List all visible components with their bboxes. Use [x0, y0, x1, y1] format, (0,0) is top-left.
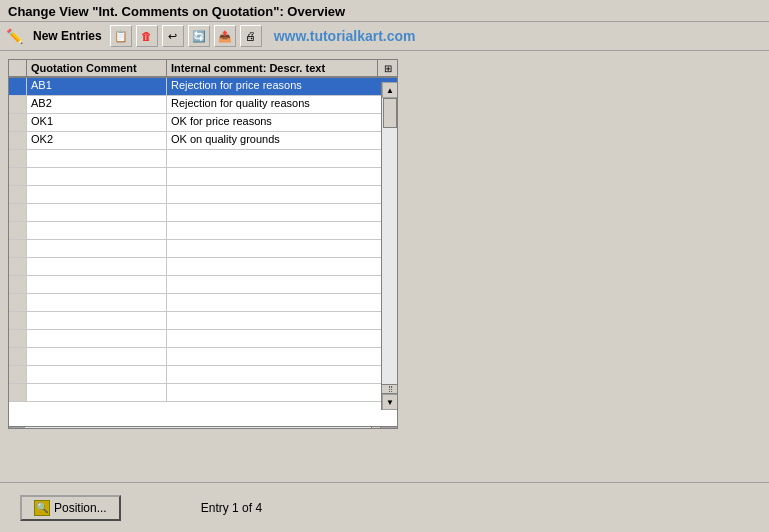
copy-button[interactable]: 📋	[110, 25, 132, 47]
bottom-bar: 🔍 Position... Entry 1 of 4	[0, 482, 769, 532]
table-body: AB1 Rejection for price reasons AB2 Reje…	[9, 78, 397, 406]
print-icon: 🖨	[245, 30, 256, 42]
delete-icon: 🗑	[141, 30, 152, 42]
data-table: Quotation Comment Internal comment: Desc…	[8, 59, 398, 429]
row-selector[interactable]	[9, 132, 27, 149]
empty-row	[9, 258, 397, 276]
table-header: Quotation Comment Internal comment: Desc…	[9, 60, 397, 78]
h-splitter-handle[interactable]: ⣿	[371, 427, 381, 430]
scroll-down-button[interactable]: ▼	[382, 394, 398, 410]
copy-icon: 📋	[114, 30, 128, 43]
undo-button[interactable]: ↩	[162, 25, 184, 47]
empty-row	[9, 366, 397, 384]
position-icon: 🔍	[34, 500, 50, 516]
entry-info: Entry 1 of 4	[201, 501, 262, 515]
watermark-text: www.tutorialkart.com	[274, 28, 416, 44]
desc-cell: Rejection for quality reasons	[167, 96, 397, 113]
empty-row	[9, 204, 397, 222]
scroll-left-button[interactable]: ◄	[9, 427, 25, 430]
position-button[interactable]: 🔍 Position...	[20, 495, 121, 521]
empty-row	[9, 150, 397, 168]
quotation-cell: OK1	[27, 114, 167, 131]
position-btn-label: Position...	[54, 501, 107, 515]
empty-row	[9, 384, 397, 402]
horizontal-scrollbar[interactable]: ◄ ⣿ ►	[9, 426, 397, 429]
settings-icon[interactable]: ⊞	[377, 60, 397, 76]
refresh-button[interactable]: 🔄	[188, 25, 210, 47]
splitter-icon: ⣿	[388, 385, 393, 393]
scroll-track-v	[382, 98, 397, 384]
desc-col-header: Internal comment: Descr. text	[167, 60, 377, 76]
empty-row	[9, 276, 397, 294]
vertical-scrollbar[interactable]: ▲ ⣿ ▼	[381, 82, 397, 410]
page-title: Change View "Int. Comments on Quotation"…	[8, 4, 761, 19]
print-button[interactable]: 🖨	[240, 25, 262, 47]
empty-row	[9, 186, 397, 204]
empty-row	[9, 222, 397, 240]
desc-cell: Rejection for price reasons	[167, 78, 397, 95]
delete-button[interactable]: 🗑	[136, 25, 158, 47]
quotation-cell: OK2	[27, 132, 167, 149]
quotation-cell: AB2	[27, 96, 167, 113]
row-selector[interactable]	[9, 114, 27, 131]
new-entries-button[interactable]: New Entries	[29, 27, 106, 45]
row-selector[interactable]	[9, 96, 27, 113]
edit-icon: ✏️	[6, 28, 23, 44]
empty-row	[9, 330, 397, 348]
export-icon: 📤	[218, 30, 232, 43]
scroll-track-h	[25, 427, 371, 430]
row-selector[interactable]	[9, 78, 27, 95]
export-button[interactable]: 📤	[214, 25, 236, 47]
main-content: Quotation Comment Internal comment: Desc…	[0, 51, 769, 469]
table-row[interactable]: AB2 Rejection for quality reasons	[9, 96, 397, 114]
empty-row	[9, 240, 397, 258]
refresh-icon: 🔄	[192, 30, 206, 43]
title-bar: Change View "Int. Comments on Quotation"…	[0, 0, 769, 22]
table-row[interactable]: OK1 OK for price reasons	[9, 114, 397, 132]
new-entries-label: New Entries	[33, 29, 102, 43]
undo-icon: ↩	[168, 30, 177, 43]
empty-row	[9, 294, 397, 312]
desc-cell: OK on quality grounds	[167, 132, 397, 149]
empty-row	[9, 312, 397, 330]
empty-row	[9, 168, 397, 186]
splitter-handle[interactable]: ⣿	[382, 384, 398, 394]
quotation-cell: AB1	[27, 78, 167, 95]
scroll-up-button[interactable]: ▲	[382, 82, 398, 98]
desc-cell: OK for price reasons	[167, 114, 397, 131]
scroll-thumb-v[interactable]	[383, 98, 397, 128]
table-row[interactable]: AB1 Rejection for price reasons	[9, 78, 397, 96]
quotation-col-header: Quotation Comment	[27, 60, 167, 76]
empty-row	[9, 348, 397, 366]
select-col-header	[9, 60, 27, 76]
scroll-right-button[interactable]: ►	[381, 427, 397, 430]
table-row[interactable]: OK2 OK on quality grounds	[9, 132, 397, 150]
toolbar: ✏️ New Entries 📋 🗑 ↩ 🔄 📤 🖨 www.tutorialk…	[0, 22, 769, 51]
